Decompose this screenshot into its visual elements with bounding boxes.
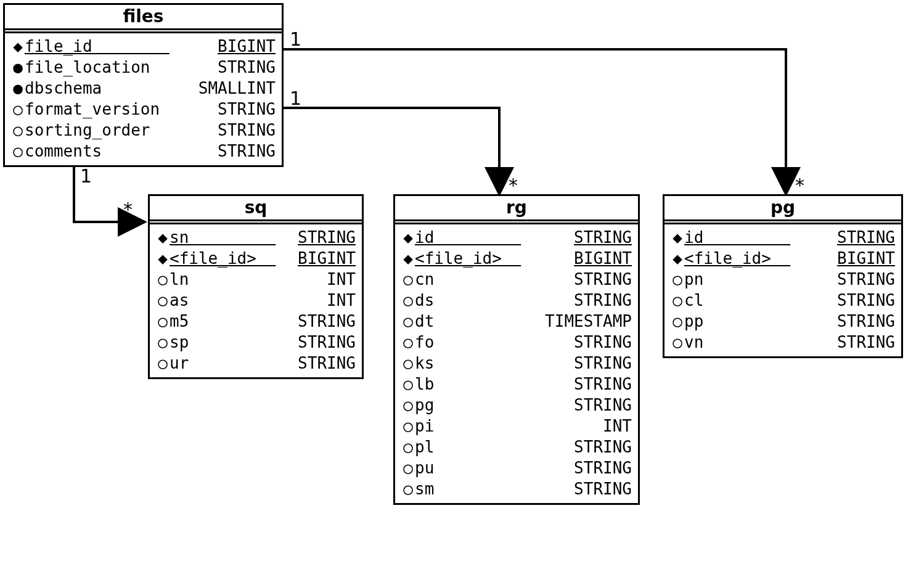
card-files-sq-1: 1 xyxy=(80,165,92,187)
column-type: BIGINT xyxy=(218,36,276,57)
column-row: ○fo STRING xyxy=(401,332,632,353)
column-name: pl xyxy=(415,436,574,457)
column-type: BIGINT xyxy=(574,248,632,269)
column-name: sm xyxy=(415,478,574,499)
column-row: ○vn STRING xyxy=(671,332,895,353)
column-type: STRING xyxy=(837,290,895,311)
card-files-sq-m: * xyxy=(123,199,133,220)
column-type: STRING xyxy=(574,395,632,415)
column-marker: ○ xyxy=(401,395,415,415)
column-row: ○cl STRING xyxy=(671,290,895,311)
entity-columns: ◆id STRING◆<file_id> BIGINT○pn STRING○cl… xyxy=(664,224,901,356)
column-name: dbschema xyxy=(25,78,198,99)
column-name: <file_id> xyxy=(684,248,837,269)
column-marker: ◆ xyxy=(401,227,415,248)
column-name: ds xyxy=(415,290,574,311)
entity-columns: ◆id STRING◆<file_id> BIGINT○cn STRING○ds… xyxy=(395,224,638,503)
column-row: ◆<file_id> BIGINT xyxy=(671,248,895,269)
column-name: cn xyxy=(415,269,574,290)
column-type: BIGINT xyxy=(298,248,356,269)
column-name: file_id xyxy=(25,36,218,57)
column-row: ○cn STRING xyxy=(401,269,632,290)
entity-title: sq xyxy=(150,196,362,221)
column-type: STRING xyxy=(298,353,356,374)
column-marker: ○ xyxy=(401,457,415,478)
column-marker: ○ xyxy=(156,290,170,311)
column-name: lb xyxy=(415,374,574,395)
column-name: fo xyxy=(415,332,574,353)
entity-sq: sq ◆sn STRING◆<file_id> BIGINT○ln INT○as… xyxy=(148,194,364,379)
column-marker: ○ xyxy=(156,332,170,353)
column-type: TIMESTAMP xyxy=(545,311,632,332)
column-marker: ◆ xyxy=(156,227,170,248)
column-name: cl xyxy=(684,290,837,311)
card-files-rg-1: 1 xyxy=(290,88,301,109)
column-name: sp xyxy=(170,332,298,353)
column-marker: ○ xyxy=(401,478,415,499)
entity-columns: ◆sn STRING◆<file_id> BIGINT○ln INT○as IN… xyxy=(150,224,362,377)
card-files-pg-m: * xyxy=(795,174,804,196)
column-row: ●file_location STRING xyxy=(11,57,276,78)
column-name: id xyxy=(684,227,837,248)
column-row: ○pn STRING xyxy=(671,269,895,290)
column-marker: ○ xyxy=(11,99,25,120)
column-row: ◆id STRING xyxy=(401,227,632,248)
column-name: id xyxy=(415,227,574,248)
column-type: STRING xyxy=(218,141,276,162)
column-marker: ○ xyxy=(401,311,415,332)
column-name: sorting_order xyxy=(25,120,218,141)
column-type: STRING xyxy=(298,227,356,248)
column-row: ○as INT xyxy=(156,290,356,311)
column-row: ◆id STRING xyxy=(671,227,895,248)
column-type: STRING xyxy=(298,332,356,353)
column-type: STRING xyxy=(574,290,632,311)
column-name: pp xyxy=(684,311,837,332)
column-marker: ○ xyxy=(671,332,684,353)
column-marker: ○ xyxy=(401,436,415,457)
column-type: STRING xyxy=(574,374,632,395)
column-marker: ◆ xyxy=(11,36,25,57)
column-name: m5 xyxy=(170,311,298,332)
column-marker: ○ xyxy=(156,353,170,374)
entity-rg: rg ◆id STRING◆<file_id> BIGINT○cn STRING… xyxy=(393,194,640,505)
column-marker: ○ xyxy=(401,353,415,374)
column-type: STRING xyxy=(574,227,632,248)
column-row: ○sp STRING xyxy=(156,332,356,353)
column-marker: ● xyxy=(11,57,25,78)
column-type: STRING xyxy=(837,311,895,332)
column-row: ○ln INT xyxy=(156,269,356,290)
column-type: STRING xyxy=(218,120,276,141)
column-row: ◆<file_id> BIGINT xyxy=(156,248,356,269)
column-name: sn xyxy=(170,227,298,248)
er-diagram: files ◆file_id BIGINT●file_location STRI… xyxy=(0,0,924,569)
column-marker: ○ xyxy=(401,332,415,353)
column-name: ks xyxy=(415,353,574,374)
column-type: STRING xyxy=(298,311,356,332)
column-marker: ○ xyxy=(156,269,170,290)
column-marker: ○ xyxy=(401,269,415,290)
column-marker: ◆ xyxy=(671,227,684,248)
column-marker: ○ xyxy=(11,141,25,162)
column-type: STRING xyxy=(574,436,632,457)
column-type: STRING xyxy=(837,269,895,290)
entity-pg: pg ◆id STRING◆<file_id> BIGINT○pn STRING… xyxy=(663,194,903,358)
column-row: ○sorting_order STRING xyxy=(11,120,276,141)
column-row: ○ur STRING xyxy=(156,353,356,374)
card-files-rg-m: * xyxy=(509,174,518,196)
column-row: ○sm STRING xyxy=(401,478,632,499)
column-row: ○lb STRING xyxy=(401,374,632,395)
column-marker: ○ xyxy=(11,120,25,141)
column-row: ●dbschema SMALLINT xyxy=(11,78,276,99)
column-row: ○m5 STRING xyxy=(156,311,356,332)
column-row: ○pi INT xyxy=(401,415,632,436)
column-type: STRING xyxy=(574,478,632,499)
column-marker: ◆ xyxy=(401,248,415,269)
entity-files: files ◆file_id BIGINT●file_location STRI… xyxy=(3,3,284,167)
column-name: <file_id> xyxy=(415,248,574,269)
column-name: as xyxy=(170,290,327,311)
column-marker: ○ xyxy=(401,374,415,395)
column-marker: ◆ xyxy=(671,248,684,269)
column-name: pi xyxy=(415,415,603,436)
column-marker: ◆ xyxy=(156,248,170,269)
column-name: pu xyxy=(415,457,574,478)
